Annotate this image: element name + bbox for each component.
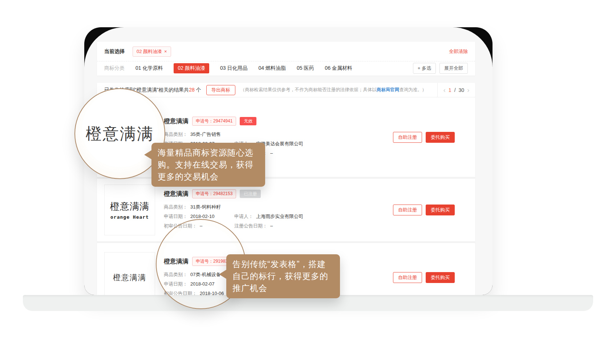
callout-tooltip-trade: 海量精品商标资源随心选购。支持在线交易，获得更多的交易机会 <box>151 143 265 187</box>
status-badge: 无效 <box>240 117 256 125</box>
current-selection-row: 当前选择 02 颜料油漆 × 全部清除 <box>97 42 475 61</box>
remove-tag-icon[interactable]: × <box>164 49 167 54</box>
field-value: 35类-广告销售 <box>190 130 221 139</box>
category-item-05[interactable]: 05 医药 <box>297 65 314 72</box>
category-row: 商标分类 01 化学原料 02 颜料油漆 03 日化用品 04 燃料油脂 05 … <box>97 61 475 75</box>
prev-page-icon[interactable]: ‹ <box>443 87 446 93</box>
field-label: 商品类别： <box>164 130 187 139</box>
current-page: 1 <box>449 87 451 93</box>
field-value: – <box>270 221 273 231</box>
field-label: 申请日期： <box>164 212 187 221</box>
filter-panel: 当前选择 02 颜料油漆 × 全部清除 商标分类 01 化学原料 02 颜料油漆… <box>97 42 475 76</box>
page-separator: / <box>454 87 456 93</box>
status-badge: 已注册 <box>240 190 261 198</box>
next-page-icon[interactable]: › <box>467 87 469 93</box>
category-item-02-selected[interactable]: 02 颜料油漆 <box>174 63 209 73</box>
export-trademark-button[interactable]: 导出商标 <box>206 85 235 95</box>
field-label: 注册公告日期： <box>234 221 267 231</box>
thumbnail-text: 橙意满满 <box>110 200 149 213</box>
entrust-buy-button[interactable]: 委托购买 <box>426 272 455 283</box>
application-number-tag: 申请号：29482153 <box>192 189 236 198</box>
field-label: 申请人： <box>234 212 253 221</box>
category-item-04[interactable]: 04 燃料油脂 <box>258 65 285 72</box>
category-item-03[interactable]: 03 日化用品 <box>220 65 247 72</box>
trademark-thumbnail[interactable]: 橙意满满 orange Heart <box>104 185 155 235</box>
expand-all-button[interactable]: 展开全部 <box>439 63 468 74</box>
callout-tooltip-trade-text: 海量精品商标资源随心选购。支持在线交易，获得更多的交易机会 <box>158 148 254 181</box>
field-label: 商品类别： <box>164 202 187 212</box>
clear-all-button[interactable]: 全部清除 <box>449 48 468 55</box>
disclaimer-text: （商标检索结果仅供参考，不作为商标能否注册的法律依据；具体以商标局官网查询为准。… <box>240 87 427 93</box>
category-item-06[interactable]: 06 金属材料 <box>325 65 352 72</box>
category-label: 商标分类 <box>104 65 125 72</box>
self-register-button[interactable]: 自助注册 <box>393 272 422 283</box>
field-value: 上海雨步实业有限公司 <box>256 212 303 221</box>
category-item-01[interactable]: 01 化学原料 <box>135 65 163 72</box>
total-pages: 30 <box>459 87 465 93</box>
result-row-2: 橙意满满 orange Heart 橙意满满 申请号：29482153 已注册 … <box>97 179 475 241</box>
category-actions: + 多选 展开全部 <box>413 63 468 74</box>
self-register-button[interactable]: 自助注册 <box>393 132 422 143</box>
trademark-thumbnail[interactable]: 橙意满满 <box>104 252 155 295</box>
selected-filter-tag[interactable]: 02 颜料油漆 × <box>133 46 171 57</box>
callout-tooltip-promo: 告别传统“发表格”，搭建自己的标行，获得更多的推广机会 <box>226 254 340 298</box>
field-value: 31类-饲料种籽 <box>190 202 221 212</box>
results-header: 已为您检索到“橙意满满”相关的结果共28 个 导出商标 （商标检索结果仅供参考，… <box>97 83 475 97</box>
row-actions: 自助注册 委托购买 <box>393 132 455 143</box>
trademark-name[interactable]: 橙意满满 <box>164 117 189 125</box>
thumbnail-subtext: orange Heart <box>110 214 149 220</box>
row-actions: 自助注册 委托购买 <box>393 272 455 283</box>
callout-tooltip-promo-text: 告别传统“发表格”，搭建自己的标行，获得更多的推广机会 <box>232 259 328 293</box>
result-count: 28 <box>189 87 195 93</box>
application-number-tag: 申请号：29474941 <box>192 117 236 126</box>
entrust-buy-button[interactable]: 委托购买 <box>426 132 455 143</box>
current-selection-label: 当前选择 <box>104 48 125 55</box>
results-summary: 已为您检索到“橙意满满”相关的结果共28 个 导出商标 （商标检索结果仅供参考，… <box>97 85 437 95</box>
field-value: – <box>270 149 273 158</box>
entrust-buy-button[interactable]: 委托购买 <box>426 205 455 215</box>
self-register-button[interactable]: 自助注册 <box>393 205 422 215</box>
trademark-office-link[interactable]: 商标局官网 <box>377 87 400 92</box>
trademark-name[interactable]: 橙意满满 <box>164 190 189 198</box>
row-actions: 自助注册 委托购买 <box>393 205 455 215</box>
pagination: ‹ 1 / 30 › <box>437 83 475 97</box>
multi-select-button[interactable]: + 多选 <box>413 63 436 74</box>
selected-filter-tag-text: 02 颜料油漆 <box>137 48 162 55</box>
thumbnail-text: 橙意满满 <box>113 272 146 283</box>
magnified-trademark-text: 橙意满满 <box>86 123 154 145</box>
